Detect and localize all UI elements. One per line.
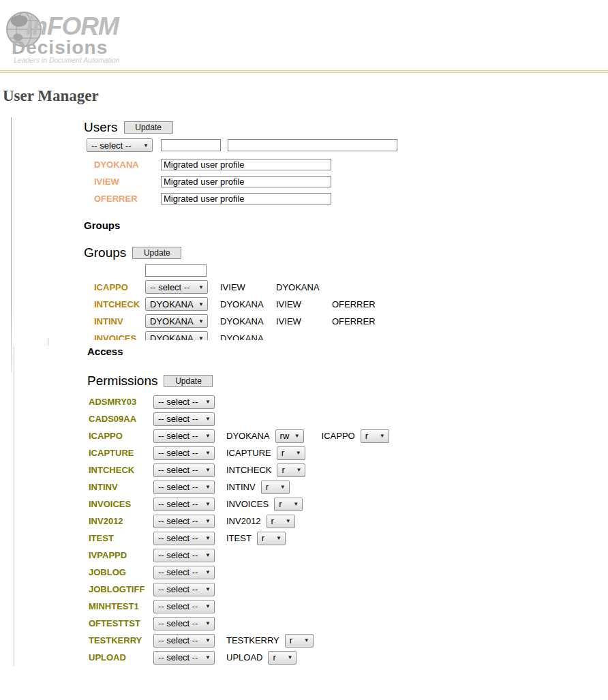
permission-user-select-value: -- select -- [158, 635, 198, 645]
permission-name: IVPAPPD [89, 550, 153, 560]
group-member-name: DYOKANA [220, 333, 276, 340]
grant-level-select[interactable]: r ▼ [277, 463, 305, 477]
group-owner-select[interactable]: DYOKANA ▼ [145, 314, 208, 328]
grant-level-select[interactable]: r ▼ [268, 651, 297, 665]
chevron-down-icon: ▼ [205, 399, 211, 405]
brand-tagline: Leaders in Document Automation [14, 56, 119, 64]
grant-level-select[interactable]: r ▼ [261, 481, 290, 494]
new-user-name-input[interactable] [161, 139, 221, 151]
chevron-down-icon: ▼ [205, 603, 211, 609]
permission-name: OFTESTTST [89, 618, 153, 628]
users-section-title: Users [84, 120, 118, 135]
permission-grant: INV2012 r ▼ [226, 515, 295, 528]
permissions-section-title: Permissions [87, 374, 157, 389]
grant-level-select[interactable]: r ▼ [361, 429, 389, 443]
grant-level-select[interactable]: r ▼ [257, 532, 286, 545]
grant-level-select[interactable]: r ▼ [277, 446, 305, 460]
groups-update-button[interactable]: Update [132, 247, 181, 259]
user-name: DYOKANA [94, 159, 161, 170]
user-description-input[interactable] [161, 176, 331, 187]
permission-user-select[interactable]: -- select -- ▼ [153, 549, 215, 562]
permission-user-select-value: -- select -- [158, 584, 198, 594]
permission-user-select[interactable]: -- select -- ▼ [153, 395, 215, 409]
permission-user-select[interactable]: -- select -- ▼ [153, 412, 215, 426]
new-group-name-input[interactable] [145, 264, 207, 277]
grant-level-select[interactable]: r ▼ [274, 498, 303, 511]
permission-user-select[interactable]: -- select -- ▼ [153, 429, 215, 443]
permission-user-select-value: -- select -- [158, 567, 198, 577]
chevron-down-icon: ▼ [205, 620, 211, 626]
permission-name: UPLOAD [89, 652, 153, 663]
permissions-update-button[interactable]: Update [164, 375, 213, 387]
frame-border-tick [48, 338, 48, 346]
permission-user-select[interactable]: -- select -- ▼ [153, 446, 215, 460]
permission-user-select-value: -- select -- [158, 499, 198, 509]
group-owner-select-value: DYOKANA [150, 316, 194, 326]
permission-user-select[interactable]: -- select -- ▼ [153, 532, 215, 545]
user-name: IVIEW [94, 177, 161, 187]
group-member-name: OFERRER [332, 316, 388, 326]
grant-level-select-value: r [282, 448, 284, 458]
user-row: OFERRER [84, 190, 397, 207]
chevron-down-icon: ▼ [205, 637, 211, 643]
permission-user-select[interactable]: -- select -- ▼ [153, 463, 215, 477]
permission-user-select[interactable]: -- select -- ▼ [153, 651, 215, 665]
permissions-section: Permissions Update ADSMRY03 -- select --… [87, 374, 389, 666]
users-update-button[interactable]: Update [124, 121, 173, 134]
grant-level-select[interactable]: rw ▼ [275, 429, 304, 443]
permission-user-select[interactable]: -- select -- ▼ [153, 515, 215, 528]
grant-level-select-value: r [282, 465, 284, 475]
grant-target-name: ITEST [226, 533, 252, 543]
permission-row: ICAPTURE -- select -- ▼ ICAPTURE r ▼ [87, 444, 389, 461]
permission-grant: ITEST r ▼ [226, 532, 286, 545]
permission-user-select[interactable]: -- select -- ▼ [153, 498, 215, 511]
grant-level-select-value: r [273, 652, 275, 663]
group-name: INTINV [94, 316, 145, 326]
permission-row: UPLOAD -- select -- ▼ UPLOAD r ▼ [87, 649, 389, 666]
groups-heading: Groups [84, 219, 120, 231]
grant-level-select-value: r [279, 499, 282, 509]
permission-user-select-value: -- select -- [158, 414, 198, 424]
new-user-description-input[interactable] [228, 139, 397, 151]
permission-row: MINHTEST1 -- select -- ▼ [87, 598, 389, 615]
grant-level-select[interactable]: r ▼ [267, 515, 295, 528]
permission-grant: INTINV r ▼ [226, 481, 290, 494]
chevron-down-icon: ▼ [280, 484, 286, 490]
grant-level-select[interactable]: r ▼ [285, 634, 314, 648]
permission-grant: INVOICES r ▼ [226, 498, 303, 511]
chevron-down-icon: ▼ [294, 433, 300, 439]
chevron-down-icon: ▼ [205, 450, 211, 456]
group-owner-select[interactable]: DYOKANA ▼ [145, 331, 208, 340]
new-user-select[interactable]: -- select -- ▼ [87, 138, 153, 152]
user-description-input[interactable] [161, 159, 331, 170]
chevron-down-icon: ▼ [205, 518, 211, 524]
permission-row: JOBLOG -- select -- ▼ [87, 564, 389, 581]
permission-user-select[interactable]: -- select -- ▼ [153, 600, 215, 613]
group-owner-select-value: -- select -- [150, 282, 190, 292]
permission-row: ITEST -- select -- ▼ ITEST r ▼ [87, 530, 389, 547]
group-members: DYOKANA [220, 333, 276, 340]
group-owner-select[interactable]: DYOKANA ▼ [145, 297, 208, 311]
permission-grant: TESTKERRY r ▼ [226, 634, 314, 648]
grant-level-select-value: r [262, 533, 264, 543]
user-description-input[interactable] [161, 193, 331, 204]
permission-user-select[interactable]: -- select -- ▼ [153, 634, 215, 648]
group-row: INVOICES DYOKANA ▼ DYOKANA [84, 330, 397, 340]
grant-target-name: UPLOAD [226, 652, 262, 663]
grant-target-name: ICAPTURE [226, 448, 271, 458]
page-title: User Manager [3, 87, 99, 105]
permission-user-select[interactable]: -- select -- ▼ [153, 583, 215, 596]
chevron-down-icon: ▼ [143, 142, 149, 149]
group-name: ICAPPO [94, 282, 145, 292]
permission-name: ADSMRY03 [89, 397, 153, 407]
permission-user-select[interactable]: -- select -- ▼ [153, 617, 215, 630]
group-owner-select[interactable]: -- select -- ▼ [145, 280, 208, 294]
permission-user-select[interactable]: -- select -- ▼ [153, 481, 215, 494]
group-member-name: OFERRER [332, 299, 388, 309]
permission-user-select-value: -- select -- [158, 516, 198, 526]
chevron-down-icon: ▼ [205, 586, 211, 592]
grant-target-name: INTINV [226, 482, 256, 492]
permission-user-select[interactable]: -- select -- ▼ [153, 566, 215, 579]
group-member-name: DYOKANA [220, 299, 276, 309]
grant-target-name: INV2012 [226, 516, 261, 526]
